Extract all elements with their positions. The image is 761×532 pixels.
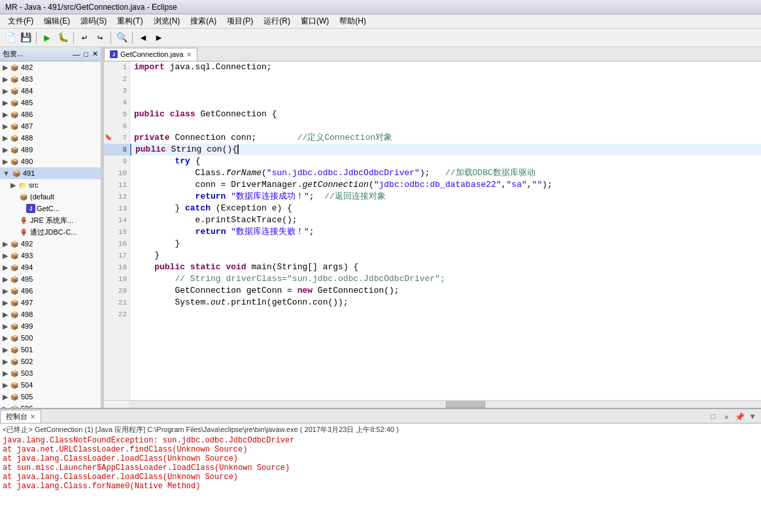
sidebar-item[interactable]: JGetC... xyxy=(0,203,101,214)
menu-item-e[interactable]: 编辑(E) xyxy=(39,14,75,28)
sidebar-item[interactable]: ▶📦505 xyxy=(0,391,101,403)
toolbar-btn-next[interactable]: ▶ xyxy=(152,31,166,45)
code-editor[interactable]: 123456🔖78910111213141516171819202122 imp… xyxy=(104,61,761,400)
code-line-10[interactable]: Class.forName("sun.jdbc.odbc.JdbcOdbcDri… xyxy=(130,167,761,179)
collapse-arrow: ▶ xyxy=(3,75,8,84)
menu-item-r[interactable]: 运行(R) xyxy=(258,14,296,28)
code-line-17[interactable]: } xyxy=(130,250,761,261)
sidebar-close[interactable]: ✕ xyxy=(92,50,98,58)
menu-item-s[interactable]: 源码(S) xyxy=(75,14,112,28)
code-line-8[interactable]: public String con(){ xyxy=(130,144,761,156)
tab-close-btn[interactable]: ✕ xyxy=(186,51,192,58)
toolbar-btn-save[interactable]: 💾 xyxy=(18,31,33,45)
sidebar-item[interactable]: ▶📦497 xyxy=(0,297,101,308)
pkg-num-icon: 📦 xyxy=(9,333,20,343)
sidebar-item[interactable]: ▶📦490 xyxy=(0,156,101,167)
console-menu-btn[interactable]: ▼ xyxy=(747,411,758,423)
sidebar-item[interactable]: ▶📦488 xyxy=(0,132,101,144)
collapse-arrow: ▶ xyxy=(3,334,8,342)
console-tab[interactable]: 控制台 ✕ xyxy=(0,410,41,423)
code-line-16[interactable]: } xyxy=(130,238,761,250)
toolbar-btn-redo[interactable]: ↪ xyxy=(93,31,107,45)
line-number-8: 8 xyxy=(104,144,129,156)
sidebar-item-label: 487 xyxy=(21,122,33,130)
pkg-num-icon: 📦 xyxy=(9,109,20,120)
code-line-12[interactable]: return "数据库连接成功！"; //返回连接对象 xyxy=(130,191,761,203)
code-line-18[interactable]: public static void main(String[] args) { xyxy=(130,261,761,273)
sidebar-item-label: 491 xyxy=(23,169,35,177)
sidebar-item[interactable]: ▶📦502 xyxy=(0,356,101,367)
code-line-13[interactable]: } catch (Exception e) { xyxy=(130,203,761,214)
sidebar-item-label: 503 xyxy=(21,369,33,377)
sidebar-item[interactable]: ▶📦506 xyxy=(0,403,101,408)
horizontal-scrollbar[interactable] xyxy=(104,400,761,408)
code-line-5[interactable]: public class GetConnection { xyxy=(130,108,761,120)
menu-item-w[interactable]: 窗口(W) xyxy=(296,14,334,28)
sidebar-item[interactable]: ▶📦501 xyxy=(0,344,101,356)
code-line-1[interactable]: import java.sql.Connection; xyxy=(130,61,761,73)
code-line-22[interactable] xyxy=(130,308,761,320)
scrollbar-thumb[interactable] xyxy=(446,401,485,408)
console-tab-close[interactable]: ✕ xyxy=(30,413,35,420)
code-line-4[interactable] xyxy=(130,97,761,108)
sidebar-item[interactable]: ▶📦486 xyxy=(0,108,101,120)
code-line-14[interactable]: e.printStackTrace(); xyxy=(130,214,761,226)
line-number-7: 🔖7 xyxy=(104,132,129,144)
sidebar-item[interactable]: 🏺通过JDBC-C... xyxy=(0,226,101,238)
console-close-btn[interactable]: ✕ xyxy=(720,411,732,423)
code-line-7[interactable]: private Connection conn; //定义Connection对… xyxy=(130,132,761,144)
sidebar-item[interactable]: ▶📦482 xyxy=(0,61,101,73)
editor-tab-getconnection[interactable]: J GetConnection.java ✕ xyxy=(104,48,197,61)
code-line-21[interactable]: System.out.println(getConn.con()); xyxy=(130,297,761,308)
toolbar-btn-undo[interactable]: ↩ xyxy=(77,31,92,45)
sidebar-item[interactable]: ▶📦495 xyxy=(0,273,101,285)
sidebar-item[interactable]: 🏺JRE 系统库... xyxy=(0,214,101,226)
sidebar-item[interactable]: ▶📦499 xyxy=(0,320,101,332)
toolbar-btn-search[interactable]: 🔍 xyxy=(114,31,129,45)
sidebar-item[interactable]: ▶📦496 xyxy=(0,285,101,297)
sidebar-item-label: 通过JDBC-C... xyxy=(30,227,77,237)
sidebar-item[interactable]: ▶📦484 xyxy=(0,85,101,97)
sidebar-item[interactable]: ▶📦498 xyxy=(0,308,101,320)
menu-item-a[interactable]: 搜索(A) xyxy=(185,14,222,28)
line-number-14: 14 xyxy=(104,214,129,226)
sidebar-maximize[interactable]: □ xyxy=(84,50,88,58)
code-line-3[interactable] xyxy=(130,85,761,97)
sidebar-item[interactable]: ▶📦500 xyxy=(0,332,101,344)
sidebar-item[interactable]: ▼📦491 xyxy=(0,167,101,179)
code-line-19[interactable]: // String driverClass="sun.jdbc.odbc.Jdb… xyxy=(130,273,761,285)
menu-item-f[interactable]: 文件(F) xyxy=(3,14,39,28)
code-content[interactable]: import java.sql.Connection; public class… xyxy=(130,61,761,400)
toolbar-btn-new[interactable]: 📄 xyxy=(3,31,17,45)
sidebar-item[interactable]: ▶📦483 xyxy=(0,73,101,85)
code-line-15[interactable]: return "数据库连接失败！"; xyxy=(130,226,761,238)
toolbar-btn-prev[interactable]: ◀ xyxy=(136,31,150,45)
sidebar-item[interactable]: ▶📦487 xyxy=(0,120,101,132)
toolbar-btn-run[interactable]: ▶ xyxy=(40,31,54,45)
sidebar-item[interactable]: ▶📦489 xyxy=(0,144,101,156)
sidebar-item[interactable]: ▶📁src xyxy=(0,179,101,191)
console-pin-btn[interactable]: 📌 xyxy=(734,411,745,423)
sidebar-item[interactable]: ▶📦493 xyxy=(0,250,101,261)
sidebar-item[interactable]: ▶📦485 xyxy=(0,97,101,108)
code-line-6[interactable] xyxy=(130,120,761,132)
sidebar-item[interactable]: 📦(default xyxy=(0,191,101,203)
menu-item-t[interactable]: 重构(T) xyxy=(112,14,148,28)
code-line-20[interactable]: GetConnection getConn = new GetConnectio… xyxy=(130,285,761,297)
sidebar-content[interactable]: ▶📦482▶📦483▶📦484▶📦485▶📦486▶📦487▶📦488▶📦489… xyxy=(0,61,101,408)
sidebar-minimize[interactable]: — xyxy=(73,50,80,58)
sidebar-item[interactable]: ▶📦503 xyxy=(0,367,101,379)
menu-item-n[interactable]: 浏览(N) xyxy=(148,14,186,28)
sidebar-item[interactable]: ▶📦494 xyxy=(0,261,101,273)
sidebar-item[interactable]: ▶📦492 xyxy=(0,238,101,250)
line-number-10: 10 xyxy=(104,167,129,179)
code-line-11[interactable]: conn = DriverManager.getConnection("jdbc… xyxy=(130,179,761,191)
menu-item-p[interactable]: 项目(P) xyxy=(222,14,258,28)
toolbar-sep-4 xyxy=(132,32,133,44)
console-minimize-btn[interactable]: □ xyxy=(707,411,719,423)
code-line-9[interactable]: try { xyxy=(130,156,761,167)
toolbar-btn-debug[interactable]: 🐛 xyxy=(56,31,70,45)
code-line-2[interactable] xyxy=(130,73,761,85)
sidebar-item[interactable]: ▶📦504 xyxy=(0,379,101,391)
menu-item-h[interactable]: 帮助(H) xyxy=(334,14,371,28)
